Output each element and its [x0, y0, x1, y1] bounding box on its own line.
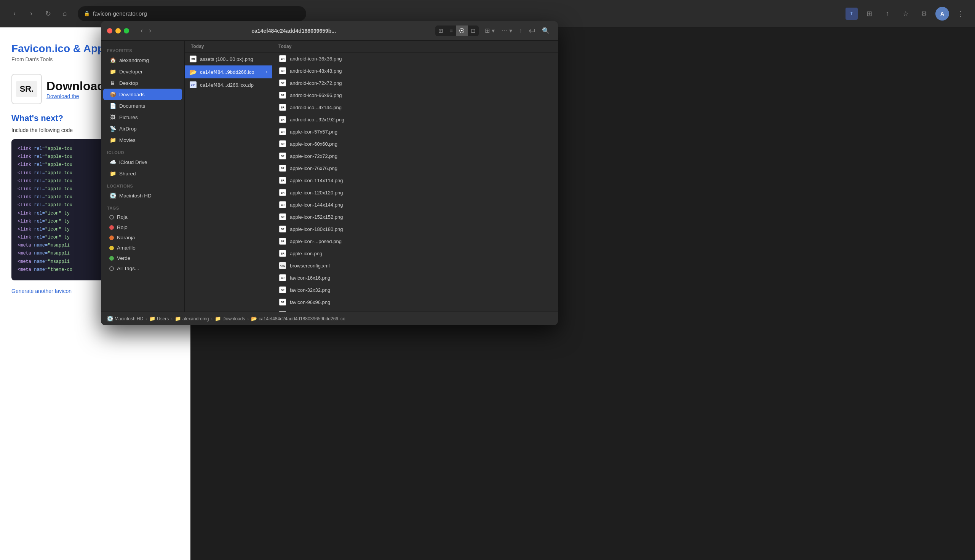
- file-row[interactable]: ICO favicon.ico: [272, 308, 558, 312]
- file-row[interactable]: SR favicon-96x96.png: [272, 296, 558, 308]
- sr-file-icon: SR: [279, 116, 286, 123]
- download-heading: Download: [47, 79, 105, 93]
- file-icon: SR: [278, 79, 287, 87]
- download-icon-box: SR.: [12, 74, 42, 104]
- sr-file-icon: SR: [279, 250, 286, 257]
- file-row[interactable]: SR android-ico...92x192.png: [272, 113, 558, 125]
- sidebar-item-downloads[interactable]: 📦 Downloads: [103, 88, 182, 100]
- finder-main: Today SR assets (100...00 px).png 📂 ca14…: [185, 41, 558, 312]
- sidebar-item-movies[interactable]: 📁 Movies: [103, 134, 182, 146]
- file-row[interactable]: SR apple-icon-114x114.png: [272, 174, 558, 187]
- file-name: apple-icon-60x60.png: [290, 141, 552, 147]
- file-row[interactable]: SR android-icon-72x72.png: [272, 77, 558, 89]
- file-row[interactable]: SR apple-icon.png: [272, 247, 558, 260]
- file-icon: SR: [278, 115, 287, 123]
- sidebar-item-documents[interactable]: 📄 Documents: [103, 100, 182, 112]
- search-button[interactable]: 🔍: [540, 25, 552, 36]
- finder-window: ‹ › ca14ef484c24add4d188039659b... ⊞ ≡ ⦿…: [101, 21, 558, 325]
- file-item-zip[interactable]: ZIP ca14ef484...d266.ico.zip: [185, 78, 272, 91]
- sidebar-item-tag-naranja[interactable]: Naranja: [103, 232, 182, 243]
- address-bar[interactable]: 🔒 favicon-generator.org: [78, 6, 306, 21]
- movies-icon: 📁: [109, 137, 116, 143]
- file-row[interactable]: SR apple-icon-57x57.png: [272, 125, 558, 138]
- xml-file-icon: XML: [279, 262, 286, 269]
- profile-avatar[interactable]: A: [935, 7, 949, 20]
- sidebar-item-tag-amarillo[interactable]: Amarillo: [103, 243, 182, 253]
- translate-extension-icon[interactable]: T: [846, 8, 858, 20]
- sr-file-icon: SR: [279, 80, 286, 87]
- finder-forward-button[interactable]: ›: [147, 25, 154, 36]
- sidebar-item-icloud-drive[interactable]: ☁️ iCloud Drive: [103, 157, 182, 168]
- browser-toolbar-right: T ⊞ ↑ ☆ ⚙ A ⋮: [846, 7, 967, 20]
- file-row[interactable]: SR apple-icon-120x120.png: [272, 187, 558, 198]
- sr-file-icon: SR: [279, 177, 286, 184]
- file-row[interactable]: XML browserconfig.xml: [272, 260, 558, 272]
- traffic-lights: [107, 28, 129, 33]
- sidebar-item-tag-verde[interactable]: Verde: [103, 253, 182, 263]
- gallery-view-button[interactable]: ⊡: [468, 25, 479, 36]
- file-row[interactable]: SR favicon-16x16.png: [272, 272, 558, 284]
- file-item-folder-selected[interactable]: 📂 ca14ef484...9bdd266.ico ›: [185, 65, 272, 78]
- maximize-button[interactable]: [124, 28, 129, 33]
- sidebar-label-alexandromg: alexandromg: [119, 57, 149, 63]
- extensions-button[interactable]: ⊞: [862, 7, 876, 20]
- sidebar-label-icloud-drive: iCloud Drive: [119, 159, 147, 165]
- sidebar-item-macintosh-hd[interactable]: 💽 Macintosh HD: [103, 190, 182, 201]
- file-row[interactable]: SR apple-icon-60x60.png: [272, 138, 558, 150]
- sidebar-label-developer: Developer: [119, 69, 143, 75]
- sidebar-item-pictures[interactable]: 🖼 Pictures: [103, 112, 182, 123]
- minimize-button[interactable]: [115, 28, 121, 33]
- statusbar-macintosh-hd: 💽 Macintosh HD: [107, 316, 143, 322]
- file-row[interactable]: SR apple-icon-180x180.png: [272, 223, 558, 235]
- file-row[interactable]: SR android-icon-36x36.png: [272, 52, 558, 65]
- icon-view-button[interactable]: ⊞: [435, 25, 447, 36]
- file-name: browserconfig.xml: [290, 263, 552, 268]
- close-button[interactable]: [107, 28, 112, 33]
- file-item-assets-png[interactable]: SR assets (100...00 px).png: [185, 52, 272, 65]
- tag-dot-verde: [109, 256, 114, 261]
- file-row[interactable]: SR android-ico...4x144.png: [272, 101, 558, 113]
- home-button[interactable]: ⌂: [58, 7, 72, 20]
- sidebar-item-tag-rojo[interactable]: Rojo: [103, 222, 182, 232]
- file-icon: SR: [278, 54, 287, 63]
- sort-button[interactable]: ⊞ ▾: [483, 25, 497, 36]
- sidebar-item-developer[interactable]: 📁 Developer: [103, 66, 182, 77]
- download-link[interactable]: Download the: [47, 93, 105, 99]
- sidebar-item-shared[interactable]: 📁 Shared: [103, 168, 182, 179]
- sidebar-label-desktop: Desktop: [119, 80, 138, 86]
- file-name: favicon-16x16.png: [290, 275, 552, 281]
- refresh-button[interactable]: ↻: [41, 7, 55, 20]
- file-row[interactable]: SR android-icon-96x96.png: [272, 89, 558, 101]
- share-finder-button[interactable]: ↑: [517, 26, 524, 36]
- bookmark-button[interactable]: ☆: [899, 7, 913, 20]
- settings-button[interactable]: ⚙: [917, 7, 931, 20]
- file-row[interactable]: SR apple-icon-144x144.png: [272, 198, 558, 211]
- file-row[interactable]: SR apple-icon-76x76.png: [272, 162, 558, 174]
- sidebar-item-airdrop[interactable]: 📡 AirDrop: [103, 123, 182, 134]
- tag-button[interactable]: 🏷: [527, 26, 537, 36]
- column-view-button[interactable]: ⦿: [456, 25, 468, 36]
- file-row[interactable]: SR apple-icon-152x152.png: [272, 211, 558, 223]
- file-row[interactable]: SR apple-icon-72x72.png: [272, 150, 558, 162]
- file-row[interactable]: SR android-icon-48x48.png: [272, 65, 558, 77]
- action-button[interactable]: ⋯ ▾: [499, 25, 515, 36]
- downloads-folder-icon: 📁: [215, 316, 221, 322]
- view-buttons: ⊞ ≡ ⦿ ⊡: [435, 25, 479, 36]
- forward-button[interactable]: ›: [24, 7, 38, 20]
- sidebar-item-alexandromg[interactable]: 🏠 alexandromg: [103, 54, 182, 66]
- file-icon: SR: [278, 188, 287, 197]
- file-row[interactable]: SR apple-icon-...posed.png: [272, 235, 558, 247]
- assets-png-label: assets (100...00 px).png: [200, 56, 268, 62]
- tag-dot-roja: [109, 215, 114, 220]
- sidebar-item-desktop[interactable]: 🖥 Desktop: [103, 77, 182, 88]
- sidebar-item-tag-roja[interactable]: Roja: [103, 212, 182, 222]
- sidebar-item-all-tags[interactable]: All Tags...: [103, 263, 182, 273]
- file-row[interactable]: SR favicon-32x32.png: [272, 284, 558, 296]
- back-button[interactable]: ‹: [8, 7, 21, 20]
- column1-header: Today: [185, 41, 272, 52]
- finder-back-button[interactable]: ‹: [138, 25, 145, 36]
- menu-button[interactable]: ⋮: [954, 7, 967, 20]
- locations-label: Locations: [101, 179, 184, 190]
- share-button[interactable]: ↑: [881, 7, 894, 20]
- list-view-button[interactable]: ≡: [447, 25, 456, 36]
